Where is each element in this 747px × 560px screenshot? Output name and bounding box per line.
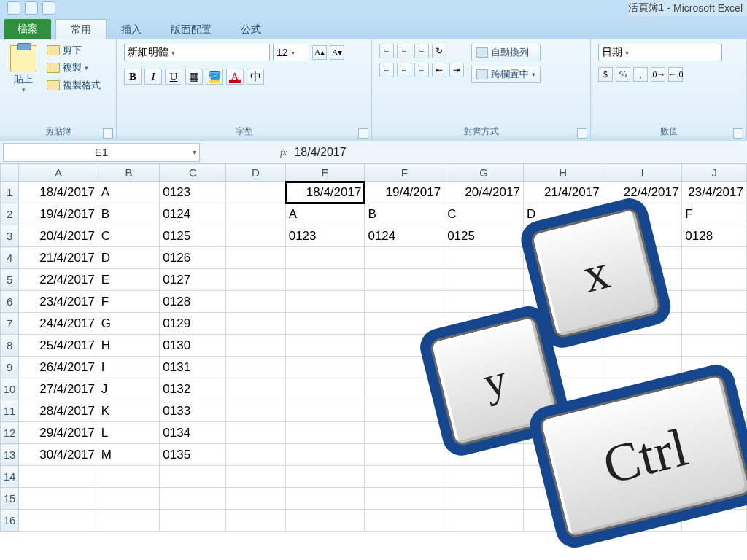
alignment-launcher-icon[interactable] [577,128,587,139]
cell[interactable] [682,269,747,291]
cell[interactable] [285,313,365,335]
currency-button[interactable]: $ [598,67,613,82]
cell[interactable]: K [98,400,159,422]
cell[interactable]: 0126 [523,225,603,247]
cell[interactable]: 0131 [160,357,226,378]
row-header[interactable]: 10 [1,378,19,400]
save-icon[interactable] [7,1,20,15]
tab-home[interactable]: 常用 [55,19,107,39]
cell[interactable] [444,422,524,444]
cell[interactable] [98,488,159,510]
row-header[interactable]: 8 [1,335,19,357]
cell[interactable]: M [98,444,159,466]
cell[interactable] [523,466,603,488]
cell[interactable] [226,182,285,203]
cell[interactable]: 21/4/2017 [19,247,98,269]
merge-center-button[interactable]: 跨欄置中▾ [471,66,541,83]
cell[interactable] [226,422,285,444]
row-header[interactable]: 3 [1,225,19,247]
cell[interactable] [523,357,603,378]
cut-button[interactable]: 剪下 [47,44,101,57]
tab-formulas[interactable]: 公式 [226,20,276,39]
cell[interactable] [285,291,365,313]
cell[interactable]: G [98,313,159,335]
percent-button[interactable]: % [616,67,630,82]
col-header[interactable]: F [365,164,444,182]
align-center-button[interactable]: ≡ [397,63,411,77]
borders-button[interactable]: ▦ [185,69,203,85]
cell[interactable] [682,422,747,444]
indent-increase-button[interactable]: ⇥ [449,63,464,77]
col-header[interactable]: G [444,164,524,182]
cell[interactable] [603,269,682,291]
cell[interactable] [226,400,285,422]
cell[interactable]: B [98,203,159,225]
clipboard-launcher-icon[interactable] [103,128,113,139]
col-header[interactable]: H [523,164,603,182]
row-header[interactable]: 6 [1,291,19,313]
row-header[interactable]: 2 [1,203,19,225]
italic-button[interactable]: I [144,69,162,85]
cell[interactable]: 0134 [160,422,226,444]
grow-font-button[interactable]: A▴ [312,45,327,60]
cell[interactable] [160,510,226,532]
cell[interactable] [226,203,285,225]
spreadsheet-grid[interactable]: ABCDEFGHIJ118/4/2017A012318/4/201719/4/2… [0,163,747,560]
cell[interactable] [226,378,285,400]
cell[interactable] [523,335,603,357]
cell[interactable]: 0128 [682,225,747,247]
cell[interactable]: F [682,203,747,225]
cell[interactable] [365,444,444,466]
cell[interactable] [285,269,365,291]
cell[interactable] [19,466,98,488]
cell[interactable] [603,510,682,532]
cell[interactable]: 21/4/2017 [523,182,603,203]
cell[interactable] [444,291,524,313]
shrink-font-button[interactable]: A▾ [330,45,344,60]
cell[interactable] [603,313,682,335]
font-size-combo[interactable]: 12▾ [273,44,309,61]
cell[interactable] [19,510,98,532]
cell[interactable]: 0135 [160,444,226,466]
cell[interactable] [444,444,524,466]
cell[interactable]: H [98,335,159,357]
cell[interactable] [160,466,226,488]
cell[interactable]: 0127 [160,269,226,291]
cell[interactable] [603,400,682,422]
cell[interactable] [523,444,603,466]
format-painter-button[interactable]: 複製格式 [47,79,101,92]
cell[interactable]: 0129 [160,313,226,335]
cell[interactable] [444,357,524,378]
cell[interactable]: E [98,269,159,291]
col-header[interactable]: E [285,164,365,182]
cell[interactable] [98,466,159,488]
tab-pagelayout[interactable]: 版面配置 [156,20,226,39]
cell[interactable]: 28/4/2017 [19,400,98,422]
cell[interactable] [444,269,524,291]
col-header[interactable]: D [226,164,285,182]
cell[interactable]: C [98,225,159,247]
cell[interactable] [444,247,524,269]
cell[interactable] [523,313,603,335]
cell[interactable]: 22/4/2017 [603,182,682,203]
formula-value[interactable]: 18/4/2017 [294,146,346,159]
cell[interactable]: 23/4/2017 [19,291,98,313]
name-box[interactable]: E1 ▾ [3,143,200,162]
cell[interactable]: 24/4/2017 [19,313,98,335]
cell[interactable] [682,313,747,335]
cell[interactable]: 29/4/2017 [19,422,98,444]
cell[interactable] [285,466,365,488]
font-color-button[interactable]: A [226,69,244,85]
cell[interactable]: 19/4/2017 [365,182,444,203]
cell[interactable] [682,291,747,313]
cell[interactable] [682,357,747,378]
cell[interactable] [226,225,285,247]
cell[interactable]: 20/4/2017 [444,182,524,203]
cell[interactable] [226,444,285,466]
cell[interactable] [603,422,682,444]
align-right-button[interactable]: ≡ [414,63,429,77]
row-header[interactable]: 5 [1,269,19,291]
cell[interactable]: 0125 [160,225,226,247]
cell[interactable] [365,247,444,269]
cell[interactable]: 0132 [160,378,226,400]
